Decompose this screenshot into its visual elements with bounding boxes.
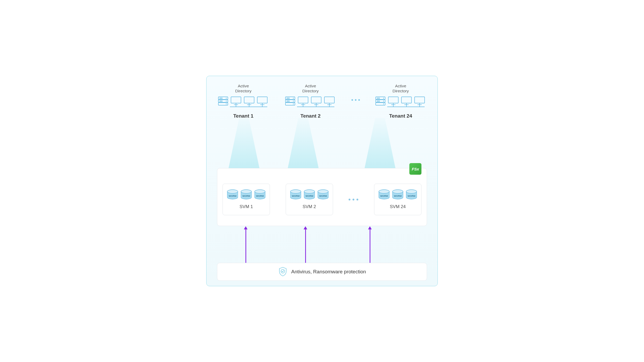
ellipsis-icon — [349, 199, 358, 200]
clients-icon — [297, 96, 336, 108]
svm-box-24: WORM WORM WORM SVM 24 — [374, 184, 421, 215]
svg-point-88 — [318, 190, 328, 193]
ad-label: ActiveDirectory — [393, 83, 409, 94]
svg-text:WORM: WORM — [305, 195, 313, 197]
svg-point-7 — [226, 98, 227, 98]
barrels-row: WORM WORM WORM — [378, 189, 417, 201]
server-icon — [375, 96, 386, 106]
svg-point-8 — [226, 100, 227, 101]
svg-text:WORM: WORM — [229, 195, 237, 197]
clients-icon — [230, 96, 269, 108]
protection-box: Antivirus, Ransomware protection — [217, 263, 427, 281]
diagram-container: ActiveDirectory — [206, 76, 438, 286]
svg-point-99 — [281, 269, 285, 273]
fsx-badge-text: FSx — [412, 167, 419, 171]
fsx-badge-icon: FSx — [409, 163, 421, 175]
tenant-icons — [217, 96, 269, 108]
tenant-icons — [284, 96, 336, 108]
ellipsis-icon — [351, 83, 360, 101]
svg-rect-38 — [311, 97, 321, 103]
tenant-label: Tenant 24 — [389, 113, 412, 119]
svg-rect-66 — [415, 97, 425, 103]
svg-point-79 — [255, 190, 265, 193]
server-icon — [217, 96, 229, 106]
svm-box-1: WORM WORM WORM SVM 1 — [223, 184, 270, 215]
worm-barrel-icon: WORM — [392, 189, 404, 201]
svg-point-9 — [226, 103, 227, 104]
svg-text:WORM: WORM — [292, 195, 300, 197]
tenant-label: Tenant 1 — [233, 113, 254, 119]
arrow-up-icon — [305, 229, 306, 263]
server-icon — [284, 96, 296, 106]
barrels-row: WORM WORM WORM — [290, 189, 329, 201]
svg-rect-58 — [388, 97, 398, 103]
clients-icon — [387, 96, 427, 108]
svg-text:WORM: WORM — [256, 195, 264, 197]
tenant-label: Tenant 2 — [300, 113, 321, 119]
svg-rect-18 — [257, 97, 267, 103]
worm-barrel-icon: WORM — [290, 189, 302, 201]
tenants-row: ActiveDirectory — [217, 83, 427, 119]
svm-label: SVM 1 — [239, 204, 253, 209]
svg-point-56 — [383, 100, 384, 101]
worm-barrel-icon: WORM — [317, 189, 329, 201]
svg-point-73 — [227, 190, 238, 193]
svg-rect-34 — [298, 97, 308, 103]
worm-barrel-icon: WORM — [227, 189, 239, 201]
svg-point-76 — [241, 190, 251, 193]
svg-point-97 — [406, 190, 417, 193]
svg-text:WORM: WORM — [319, 195, 327, 197]
svm-box-2: WORM WORM WORM SVM 2 — [286, 184, 333, 215]
shield-check-icon — [278, 267, 288, 277]
svg-rect-14 — [244, 97, 254, 103]
svg-text:WORM: WORM — [394, 195, 402, 197]
svg-point-91 — [379, 190, 389, 193]
svg-rect-62 — [401, 97, 411, 103]
svg-text:WORM: WORM — [407, 195, 415, 197]
svg-point-31 — [293, 98, 294, 98]
svg-rect-42 — [324, 97, 334, 103]
ad-label: ActiveDirectory — [235, 83, 251, 94]
svm-row: WORM WORM WORM SVM 1 WORM WORM WORM SVM … — [217, 168, 427, 226]
svg-point-85 — [304, 190, 315, 193]
fsx-container: FSx WORM WORM WORM SVM 1 WORM WORM WORM … — [217, 168, 427, 226]
barrels-row: WORM WORM WORM — [227, 189, 266, 201]
svg-point-82 — [290, 190, 301, 193]
svg-point-32 — [293, 100, 294, 101]
svg-text:WORM: WORM — [242, 195, 250, 197]
tenant-group-24: ActiveDirectory — [374, 83, 427, 119]
svm-label: SVM 2 — [303, 204, 316, 209]
arrow-up-icon — [370, 229, 370, 263]
ad-label: ActiveDirectory — [302, 83, 319, 94]
svg-point-57 — [383, 103, 384, 104]
worm-barrel-icon: WORM — [254, 189, 266, 201]
worm-barrel-icon: WORM — [378, 189, 390, 201]
protection-label: Antivirus, Ransomware protection — [291, 269, 366, 275]
tenant-icons — [375, 96, 427, 108]
svg-point-94 — [393, 190, 403, 193]
svg-point-55 — [383, 98, 384, 98]
svg-text:WORM: WORM — [380, 195, 388, 197]
svm-label: SVM 24 — [390, 204, 406, 209]
arrow-up-icon — [245, 229, 246, 263]
svg-rect-10 — [231, 97, 241, 103]
worm-barrel-icon: WORM — [240, 189, 252, 201]
tenant-group-2: ActiveDirectory — [284, 83, 337, 119]
tenant-group-1: ActiveDirectory — [217, 83, 270, 119]
svg-point-33 — [293, 103, 294, 104]
worm-barrel-icon: WORM — [405, 189, 417, 201]
worm-barrel-icon: WORM — [303, 189, 315, 201]
